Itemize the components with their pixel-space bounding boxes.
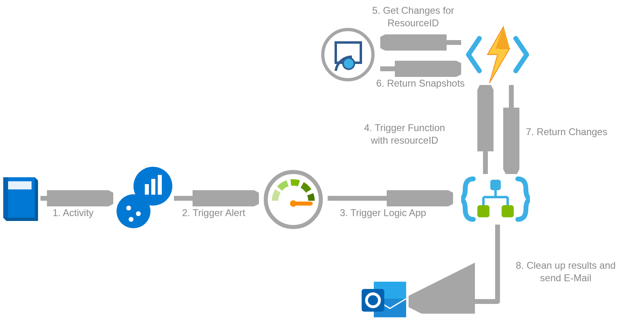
svg-rect-8 bbox=[3, 177, 8, 218]
label-step-1: 1. Activity bbox=[53, 206, 93, 219]
outlook-icon bbox=[360, 279, 409, 324]
alert-gauge-icon bbox=[263, 169, 324, 230]
svg-point-17 bbox=[136, 211, 141, 216]
log-analytics-icon bbox=[116, 166, 172, 231]
logic-app-icon bbox=[461, 175, 530, 223]
svg-rect-9 bbox=[8, 181, 32, 189]
svg-point-15 bbox=[117, 194, 150, 228]
arrow-activity bbox=[40, 190, 113, 206]
arrow-return-snapshots bbox=[380, 61, 461, 77]
svg-rect-13 bbox=[151, 179, 155, 195]
svg-rect-35 bbox=[362, 289, 384, 312]
svg-rect-28 bbox=[477, 205, 489, 217]
svg-rect-22 bbox=[293, 202, 313, 206]
label-step-3: 3. Trigger Logic App bbox=[340, 206, 426, 219]
resource-graph-icon bbox=[320, 26, 376, 83]
svg-point-18 bbox=[129, 217, 133, 222]
svg-rect-12 bbox=[145, 184, 149, 195]
arrow-trigger-function bbox=[477, 85, 494, 174]
label-step-8: 8. Clean up results and send E-Mail bbox=[516, 259, 616, 284]
label-step-4: 4. Trigger Function with resourceID bbox=[364, 121, 445, 147]
diagram-canvas: 1. Activity 2. Trigger Alert 3. Trigger … bbox=[0, 0, 644, 327]
arrow-trigger-logic bbox=[328, 190, 453, 206]
svg-point-16 bbox=[126, 206, 131, 210]
svg-rect-14 bbox=[158, 175, 162, 195]
azure-function-icon bbox=[465, 24, 530, 85]
label-step-5: 5. Get Changes for ResourceID bbox=[372, 4, 454, 29]
arrow-get-changes bbox=[380, 34, 461, 51]
arrow-trigger-alert bbox=[174, 190, 259, 206]
svg-point-32 bbox=[343, 58, 354, 69]
arrow-return-changes bbox=[503, 85, 519, 174]
svg-rect-29 bbox=[502, 205, 514, 217]
svg-point-30 bbox=[323, 30, 373, 80]
arrow-send-email bbox=[409, 225, 506, 314]
label-step-2: 2. Trigger Alert bbox=[182, 206, 245, 219]
label-step-7: 7. Return Changes bbox=[526, 125, 607, 138]
activity-log-icon bbox=[3, 177, 40, 222]
svg-rect-23 bbox=[490, 180, 501, 190]
label-step-6: 6. Return Snapshots bbox=[376, 77, 465, 89]
